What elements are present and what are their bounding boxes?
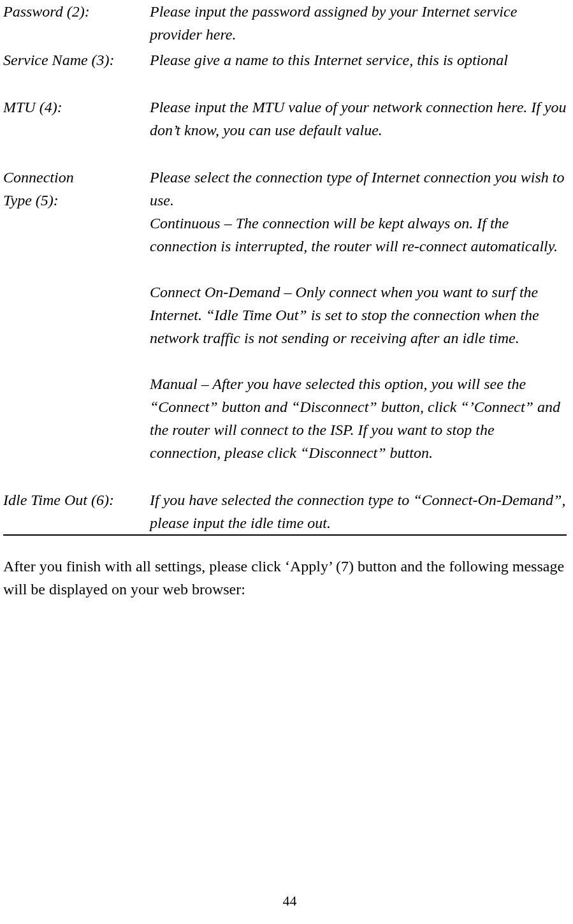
row-connection-type: Connection Type (5): Please select the c…: [3, 166, 567, 467]
spacer: [3, 144, 567, 166]
desc-service-name: Please give a name to this Internet serv…: [150, 48, 567, 74]
label-password: Password (2):: [3, 0, 150, 48]
desc-connection-type: Please select the connection type of Int…: [150, 166, 567, 467]
page-number: 44: [3, 890, 573, 911]
connection-type-intro: Please select the connection type of Int…: [150, 169, 564, 209]
desc-password: Please input the password assigned by yo…: [150, 0, 567, 48]
row-mtu: MTU (4): Please input the MTU value of y…: [3, 96, 567, 144]
row-password: Password (2): Please input the password …: [3, 0, 567, 48]
label-service-name: Service Name (3):: [3, 48, 150, 74]
spacer: [3, 467, 567, 488]
connection-type-manual: Manual – After you have selected this op…: [150, 372, 567, 464]
connection-type-on-demand: Connect On-Demand – Only connect when yo…: [150, 281, 567, 349]
row-service-name: Service Name (3): Please give a name to …: [3, 48, 567, 74]
connection-type-continuous: Continuous – The connection will be kept…: [150, 215, 558, 254]
spacer: [3, 74, 567, 96]
desc-mtu: Please input the MTU value of your netwo…: [150, 96, 567, 144]
label-connection-type-line2: Type (5):: [3, 192, 59, 209]
row-idle-time-out: Idle Time Out (6): If you have selected …: [3, 488, 567, 537]
table-bottom-rule: [3, 534, 567, 536]
label-connection-type-line1: Connection: [3, 169, 74, 186]
label-idle-time-out: Idle Time Out (6):: [3, 488, 150, 537]
settings-definition-table: Password (2): Please input the password …: [3, 0, 567, 537]
desc-idle-time-out: If you have selected the connection type…: [150, 488, 567, 537]
label-connection-type: Connection Type (5):: [3, 166, 150, 467]
after-settings-text: After you finish with all settings, plea…: [3, 555, 567, 601]
label-mtu: MTU (4):: [3, 96, 150, 144]
